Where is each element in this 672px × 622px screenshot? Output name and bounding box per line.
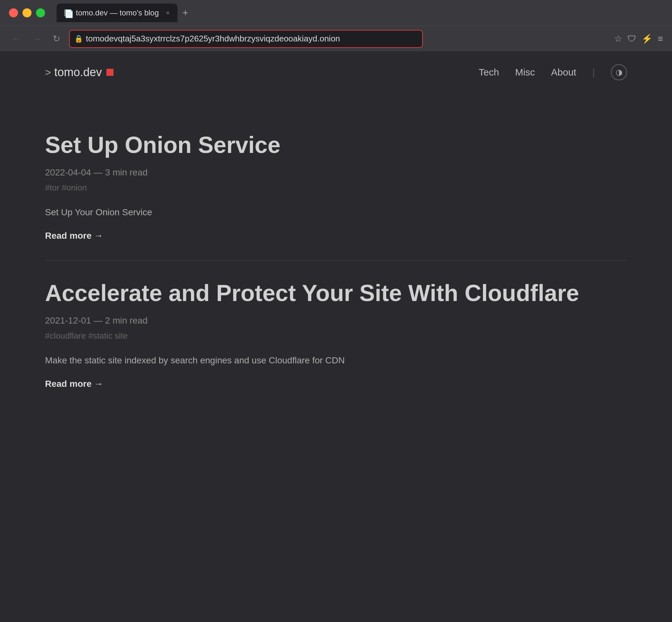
main-content: Set Up Onion Service 2022-04-04 — 3 min … — [0, 93, 672, 622]
theme-toggle-button[interactable]: ◑ — [611, 64, 627, 80]
address-bar-container: 🔒 tomodevqtaj5a3syxtrrclzs7p2625yr3hdwhb… — [69, 30, 423, 48]
nav-bar: ← → ↻ 🔒 tomodevqtaj5a3syxtrrclzs7p2625yr… — [0, 26, 672, 51]
post-2-read-more[interactable]: Read more → — [45, 379, 103, 389]
site-logo[interactable]: > tomo.dev — [45, 66, 114, 79]
maximize-traffic-light[interactable] — [36, 8, 45, 18]
tab-title: tomo.dev — tomo's blog — [76, 8, 159, 18]
post-1-read-more[interactable]: Read more → — [45, 231, 103, 241]
site-nav: Tech Misc About | ◑ — [479, 64, 627, 80]
post-1-meta: 2022-04-04 — 3 min read — [45, 167, 627, 178]
forward-button[interactable]: → — [30, 31, 44, 46]
traffic-lights — [9, 8, 45, 18]
site-header: > tomo.dev Tech Misc About | ◑ — [0, 51, 672, 93]
post-1-title: Set Up Onion Service — [45, 132, 627, 159]
extension-button[interactable]: ⚡ — [641, 33, 653, 44]
blog-post-2: Accelerate and Protect Your Site With Cl… — [45, 260, 627, 408]
logo-name: tomo.dev — [54, 66, 102, 79]
post-2-title: Accelerate and Protect Your Site With Cl… — [45, 280, 627, 307]
nav-tech-link[interactable]: Tech — [479, 67, 499, 78]
tab-close-button[interactable]: × — [166, 9, 170, 17]
nav-about-link[interactable]: About — [551, 67, 576, 78]
tab-bar: 📄 tomo.dev — tomo's blog × + — [57, 3, 188, 22]
blog-post-1: Set Up Onion Service 2022-04-04 — 3 min … — [45, 112, 627, 260]
post-1-excerpt: Set Up Your Onion Service — [45, 206, 627, 219]
menu-button[interactable]: ≡ — [658, 33, 663, 44]
logo-square-icon — [106, 69, 114, 76]
page-content: > tomo.dev Tech Misc About | ◑ Set Up On… — [0, 51, 672, 622]
post-2-tags: #cloudflare #static site — [45, 331, 627, 341]
post-2-meta: 2021-12-01 — 2 min read — [45, 315, 627, 326]
active-tab[interactable]: 📄 tomo.dev — tomo's blog × — [57, 3, 178, 22]
address-text: tomodevqtaj5a3syxtrrclzs7p2625yr3hdwhbrz… — [86, 34, 340, 44]
logo-chevron-icon: > — [45, 67, 51, 78]
refresh-button[interactable]: ↻ — [50, 31, 63, 46]
minimize-traffic-light[interactable] — [23, 8, 32, 18]
close-traffic-light[interactable] — [9, 8, 18, 18]
shield-button[interactable]: 🛡 — [627, 33, 636, 44]
title-bar: 📄 tomo.dev — tomo's blog × + — [0, 0, 672, 26]
browser-window: 📄 tomo.dev — tomo's blog × + ← → ↻ 🔒 tom… — [0, 0, 672, 622]
nav-actions: ☆ 🛡 ⚡ ≡ — [614, 33, 663, 44]
post-1-tags: #tor #onion — [45, 183, 627, 193]
tab-favicon: 📄 — [64, 9, 71, 16]
address-security-icon: 🔒 — [74, 35, 83, 43]
address-bar[interactable]: tomodevqtaj5a3syxtrrclzs7p2625yr3hdwhbrz… — [69, 30, 423, 48]
back-button[interactable]: ← — [9, 31, 23, 46]
nav-divider: | — [592, 67, 595, 78]
new-tab-button[interactable]: + — [183, 7, 188, 18]
bookmark-button[interactable]: ☆ — [614, 33, 622, 44]
post-2-excerpt: Make the static site indexed by search e… — [45, 354, 627, 367]
nav-misc-link[interactable]: Misc — [515, 67, 535, 78]
